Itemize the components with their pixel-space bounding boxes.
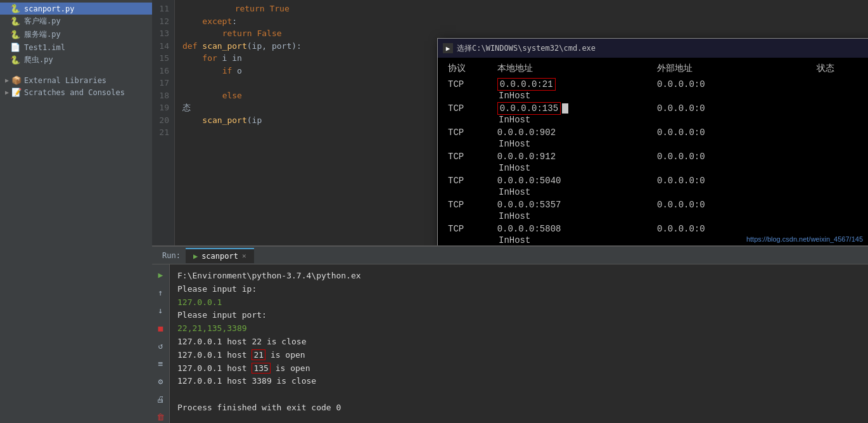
state-cell	[817, 200, 868, 210]
highlight-135: 135	[252, 363, 270, 374]
up-btn[interactable]: ↑	[155, 286, 167, 299]
sidebar-item-label-3: 服务端.py	[24, 29, 61, 40]
sidebar-item-spider[interactable]: 🐍 爬虫.py	[0, 53, 152, 67]
remote-cell: 0.0.0.0:0	[657, 127, 817, 138]
remote-cell: 0.0.0.0:0	[657, 79, 817, 89]
table-row: TCP 0.0.0.0:5040 0.0.0.0:0 LISTENING	[448, 176, 868, 186]
cmd-titlebar: ▶ 选择C:\WINDOWS\system32\cmd.exe ─ □ ✕	[438, 39, 868, 58]
state-cell	[817, 79, 868, 89]
table-row: TCP 0.0.0.0:5357 0.0.0.0:0 LISTENING	[448, 200, 868, 210]
table-row: TCP 0.0.0.0:5808 0.0.0.0:0 LISTENING	[448, 224, 868, 234]
local-cell: 0.0.0.0:5357	[497, 200, 657, 210]
tab-scanport[interactable]: ▶ scanport ✕	[186, 248, 254, 263]
python-icon-4: 🐍	[10, 55, 20, 65]
protocol-cell: TCP	[448, 200, 497, 210]
protocol-cell: TCP	[448, 103, 497, 114]
sidebar-item-label-5: 爬虫.py	[24, 55, 53, 65]
state-cell	[817, 103, 868, 114]
local-cell: 0.0.0.0:5040	[497, 176, 657, 186]
cursor	[562, 103, 568, 114]
state-cell	[817, 176, 868, 186]
down-btn[interactable]: ↓	[155, 304, 167, 316]
rerun-btn[interactable]: ↺	[155, 339, 167, 352]
local-cell: 0.0.0.0:21	[497, 79, 657, 89]
cmd-header-state: 状态	[817, 63, 868, 74]
sidebar-item-label-2: 客户端.py	[24, 16, 61, 27]
python-icon-3: 🐍	[10, 30, 20, 39]
sidebar-item-customer[interactable]: 🐍 客户端.py	[0, 15, 152, 28]
cmd-window[interactable]: ▶ 选择C:\WINDOWS\system32\cmd.exe ─ □ ✕ 协	[437, 38, 868, 245]
console-line-5: 22,21,135,3389	[177, 322, 860, 335]
cmd-app-icon: ▶	[443, 43, 453, 53]
tab-close-btn[interactable]: ✕	[242, 252, 246, 260]
table-row: TCP 0.0.0.0:912 0.0.0.0:0 LISTENING	[448, 152, 868, 162]
console-line-11: Process finished with exit code 0	[177, 401, 860, 415]
code-line-11: return True	[182, 3, 860, 15]
console-line-10	[177, 388, 860, 401]
run-label: Run:	[157, 251, 186, 260]
subrow-6: InHost	[448, 211, 868, 221]
cmd-header-local: 本地地址	[497, 63, 657, 74]
console-line-3: 127.0.0.1	[177, 296, 860, 309]
remote-cell: 0.0.0.0:0	[657, 152, 817, 162]
console-output: F:\Environment\python-3.7.4\python.ex Pl…	[170, 264, 868, 423]
table-row: TCP 0.0.0.0:902 0.0.0.0:0 LISTENING	[448, 127, 868, 138]
sidebar-item-scanport[interactable]: 🐍 scanport.py	[0, 3, 152, 15]
console-line-7: 127.0.0.1 host 21 is open	[177, 349, 860, 362]
remote-cell: 0.0.0.0:0	[657, 176, 817, 186]
delete-btn[interactable]: 🗑	[155, 410, 167, 423]
console-line-9: 127.0.0.1 host 3389 is close	[177, 375, 860, 388]
code-line-12: except:	[182, 15, 860, 28]
local-cell: 0.0.0.0:902	[497, 127, 657, 138]
run-icon: ▶	[193, 252, 198, 261]
run-toolbar: ▶ ↑ ↓ ■ ↺ ≡ ⚙ 🖨 🗑	[152, 264, 170, 423]
settings-btn[interactable]: ⚙	[155, 375, 167, 387]
bottom-tabs: Run: ▶ scanport ✕	[152, 247, 868, 264]
state-cell	[817, 224, 868, 234]
sidebar-group-ext-libraries[interactable]: ▶ 📦 External Libraries	[0, 74, 152, 86]
remote-cell: 0.0.0.0:0	[657, 224, 817, 234]
console-line-6: 127.0.0.1 host 22 is close	[177, 335, 860, 349]
scroll-lock-btn[interactable]: ≡	[155, 357, 167, 370]
stop-btn[interactable]: ■	[155, 322, 167, 334]
arrow-icon-2: ▶	[5, 89, 9, 96]
sidebar: 🐍 scanport.py 🐍 客户端.py 🐍 服务端.py 📄 Test1.…	[0, 0, 152, 423]
cmd-content: 协议 本地地址 外部地址 状态 卸载状 TCP 0.0.0.0:21 0.0.0…	[438, 58, 868, 245]
line-numbers: 11 12 13 14 15 16 17 18 19 20 21	[152, 0, 175, 245]
local-cell: 0.0.0.0:912	[497, 152, 657, 162]
print-btn[interactable]: 🖨	[155, 393, 167, 405]
remote-cell: 0.0.0.0:0	[657, 200, 817, 210]
python-icon: 🐍	[10, 4, 20, 13]
console-line-8: 127.0.0.1 host 135 is open	[177, 362, 860, 375]
table-row: TCP 0.0.0.0:21 0.0.0.0:0 LISTENING	[448, 79, 868, 89]
protocol-cell: TCP	[448, 79, 497, 89]
local-cell: 0.0.0.0:5808	[497, 224, 657, 234]
sidebar-item-label: scanport.py	[24, 4, 74, 13]
remote-cell: 0.0.0.0:0	[657, 103, 817, 114]
highlight-21: 21	[252, 349, 265, 360]
protocol-cell: TCP	[448, 127, 497, 138]
console-line-2: Please input ip:	[177, 283, 860, 296]
protocol-cell: TCP	[448, 152, 497, 162]
sidebar-item-service[interactable]: 🐍 服务端.py	[0, 28, 152, 41]
play-btn[interactable]: ▶	[155, 268, 167, 281]
protocol-cell: TCP	[448, 224, 497, 234]
cmd-header-protocol: 协议	[448, 63, 497, 74]
subrow-7: InHost	[448, 235, 868, 245]
bottom-panel: Run: ▶ scanport ✕ ▶ ↑ ↓ ■ ↺ ≡ ⚙ 🖨 🗑	[152, 245, 868, 423]
state-cell	[817, 152, 868, 162]
main-area: 11 12 13 14 15 16 17 18 19 20 21 return …	[152, 0, 868, 423]
code-editor[interactable]: 11 12 13 14 15 16 17 18 19 20 21 return …	[152, 0, 868, 245]
sidebar-group-scratches[interactable]: ▶ 📝 Scratches and Consoles	[0, 86, 152, 98]
ext-lib-icon: 📦	[11, 75, 22, 85]
sidebar-item-test1[interactable]: 📄 Test1.iml	[0, 41, 152, 53]
cmd-header-remote: 外部地址	[657, 63, 817, 74]
tab-label-text: scanport	[201, 252, 238, 261]
scratches-icon: 📝	[11, 88, 22, 97]
sidebar-group-ext-label: External Libraries	[24, 76, 106, 85]
console-line-4: Please input port:	[177, 309, 860, 322]
bottom-content: ▶ ↑ ↓ ■ ↺ ≡ ⚙ 🖨 🗑 F:\Environment\python-…	[152, 264, 868, 423]
subrow-5: InHost	[448, 187, 868, 197]
subrow-1: InHost	[448, 91, 868, 101]
cmd-title: 选择C:\WINDOWS\system32\cmd.exe	[457, 43, 868, 54]
